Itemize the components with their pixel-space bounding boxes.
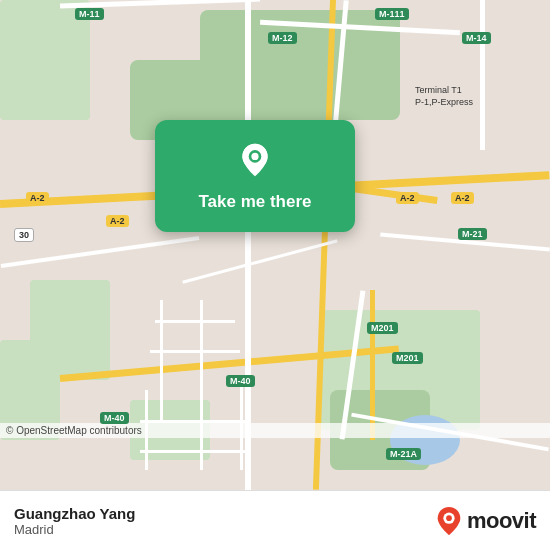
moovit-logo-text: moovit bbox=[467, 508, 536, 534]
svg-point-2 bbox=[251, 153, 258, 160]
user-name: Guangzhao Yang bbox=[14, 505, 135, 522]
moovit-logo: moovit bbox=[435, 505, 536, 537]
road-badge-m201-2: M201 bbox=[392, 352, 423, 364]
road-badge-m40-bl: M-40 bbox=[100, 412, 129, 424]
svg-point-4 bbox=[446, 515, 452, 521]
road-badge-a2-w1: A-2 bbox=[26, 192, 49, 204]
road-badge-m111: M-111 bbox=[375, 8, 409, 20]
take-me-there-button[interactable]: Take me there bbox=[190, 188, 319, 216]
tooltip-card: Take me there bbox=[155, 120, 355, 232]
road-badge-m21a: M-21A bbox=[386, 448, 421, 460]
road-badge-m201-1: M201 bbox=[367, 322, 398, 334]
road-badge-a2-w2: A-2 bbox=[106, 215, 129, 227]
location-pin-icon bbox=[235, 140, 275, 180]
bottom-bar: Guangzhao Yang Madrid moovit bbox=[0, 490, 550, 550]
road-small-1 bbox=[182, 239, 337, 283]
road-small-4 bbox=[155, 320, 235, 323]
copyright-bar: © OpenStreetMap contributors bbox=[0, 423, 550, 438]
user-city: Madrid bbox=[14, 522, 135, 537]
road-badge-a2-e1: A-2 bbox=[396, 192, 419, 204]
road-small-2 bbox=[160, 300, 163, 420]
road-badge-30: 30 bbox=[14, 228, 34, 242]
terminal-label: Terminal T1 P-1,P-Express bbox=[415, 85, 473, 108]
road-badge-m21: M-21 bbox=[458, 228, 487, 240]
road-m14 bbox=[480, 0, 485, 150]
user-info: Guangzhao Yang Madrid bbox=[14, 505, 135, 537]
road-badge-a2-e2: A-2 bbox=[451, 192, 474, 204]
road-vertical-center bbox=[245, 0, 251, 490]
road-badge-m14: M-14 bbox=[462, 32, 491, 44]
attribution-text: © OpenStreetMap contributors bbox=[6, 425, 142, 436]
moovit-pin-icon bbox=[435, 505, 463, 537]
road-badge-m11: M-11 bbox=[75, 8, 104, 20]
road-small-10 bbox=[140, 450, 250, 453]
map-container[interactable]: M-11 M-111 M-12 M-14 A-2 A-2 A-2 A-2 M-4… bbox=[0, 0, 550, 490]
road-badge-m40-bot: M-40 bbox=[226, 375, 255, 387]
road-badge-m12: M-12 bbox=[268, 32, 297, 44]
road-small-5 bbox=[150, 350, 240, 353]
